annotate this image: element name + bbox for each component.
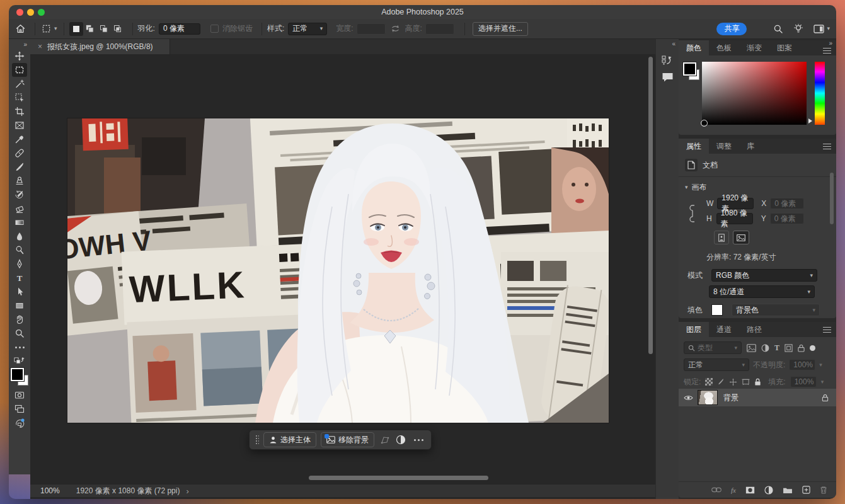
remove-background-button[interactable]: 移除背景: [321, 432, 374, 447]
new-layer-icon[interactable]: [802, 486, 810, 494]
add-to-selection-button[interactable]: [83, 22, 97, 36]
layer-visibility-toggle[interactable]: [679, 394, 698, 401]
section-collapse-icon[interactable]: ▾: [685, 185, 688, 190]
color-field-cursor[interactable]: [701, 120, 708, 127]
tool-move[interactable]: [12, 49, 27, 63]
filter-toggle-icon[interactable]: [810, 345, 815, 351]
swap-colors-icon[interactable]: [12, 354, 27, 365]
feather-input[interactable]: 0 像素: [159, 23, 200, 35]
tool-preset-marquee[interactable]: ▾: [42, 24, 57, 33]
new-selection-button[interactable]: [69, 22, 83, 36]
tool-object-selection[interactable]: [12, 77, 27, 91]
subtract-from-selection-button[interactable]: [97, 22, 111, 36]
tab-swatches[interactable]: 色板: [709, 40, 739, 55]
intersect-selection-button[interactable]: [111, 22, 125, 36]
share-button[interactable]: 共享: [716, 23, 747, 35]
tool-healing-brush[interactable]: [12, 146, 27, 160]
tab-paths[interactable]: 路径: [739, 322, 769, 337]
status-chevron-icon[interactable]: ›: [186, 486, 188, 496]
filter-adjustment-layers-icon[interactable]: [761, 344, 769, 352]
delete-layer-icon[interactable]: [820, 486, 827, 494]
collapse-dock-chevrons[interactable]: »: [829, 40, 832, 47]
properties-scrollbar[interactable]: [830, 173, 834, 224]
link-layers-icon[interactable]: [711, 487, 721, 493]
foreground-background-swatches[interactable]: [10, 367, 29, 386]
tool-gradient[interactable]: [12, 215, 27, 229]
workspace-layout-button[interactable]: ▾: [813, 25, 830, 33]
lock-pixels-icon[interactable]: [717, 378, 725, 386]
transform-tool-icon[interactable]: [380, 435, 390, 445]
color-field[interactable]: [702, 62, 807, 125]
style-dropdown[interactable]: 正常 ▾: [288, 23, 327, 35]
tab-libraries[interactable]: 库: [739, 139, 762, 154]
hue-strip[interactable]: [815, 62, 825, 125]
layer-filter-dropdown[interactable]: 类型 ▾: [684, 341, 742, 354]
expand-panels-chevrons[interactable]: «: [672, 40, 675, 47]
filter-pixel-layers-icon[interactable]: [747, 344, 756, 352]
canvas-fill-swatch[interactable]: [711, 304, 723, 316]
lock-position-icon[interactable]: [729, 378, 737, 386]
select-and-mask-button[interactable]: 选择并遮住...: [473, 22, 528, 36]
tab-gradients[interactable]: 渐变: [739, 40, 769, 55]
tool-clone-stamp[interactable]: [12, 174, 27, 188]
tool-blur[interactable]: [12, 229, 27, 243]
tool-type[interactable]: T: [12, 271, 27, 285]
panel-menu-icon[interactable]: [823, 48, 831, 54]
foreground-color-swatch[interactable]: [683, 62, 696, 76]
document-canvas[interactable]: OWH V: [67, 118, 609, 423]
layer-row-background[interactable]: 背景: [679, 389, 836, 406]
lock-all-icon[interactable]: [754, 378, 761, 386]
add-mask-icon[interactable]: [745, 486, 755, 494]
taskbar-drag-handle[interactable]: [255, 434, 259, 445]
tool-hand[interactable]: [12, 312, 27, 326]
document-tab[interactable]: × 报纸女孩.jpeg @ 100%(RGB/8): [30, 39, 170, 54]
comments-panel-icon[interactable]: [662, 72, 674, 83]
collapse-toolbar-chevrons[interactable]: »: [23, 41, 27, 48]
tool-crop[interactable]: [12, 105, 27, 118]
add-adjustment-layer-icon[interactable]: [764, 486, 773, 495]
layer-thumbnail[interactable]: [698, 390, 718, 405]
tool-rectangular-marquee[interactable]: [12, 63, 27, 77]
tool-frame[interactable]: [12, 118, 27, 132]
close-tab-icon[interactable]: ×: [38, 42, 42, 51]
tool-history-brush[interactable]: [12, 188, 27, 202]
tool-brush[interactable]: [12, 160, 27, 174]
tab-channels[interactable]: 通道: [709, 322, 739, 337]
blend-mode-dropdown[interactable]: 正常 ▾: [684, 358, 749, 371]
search-icon[interactable]: [773, 24, 783, 34]
more-options-ellipsis[interactable]: [411, 439, 426, 441]
horizontal-scrollbar[interactable]: [309, 476, 488, 480]
tab-layers[interactable]: 图层: [679, 322, 709, 337]
zoom-level[interactable]: 100%: [40, 486, 60, 495]
layer-effects-icon[interactable]: fx: [731, 486, 736, 494]
color-mode-dropdown[interactable]: RGB 颜色 ▾: [711, 269, 817, 282]
tool-path-select[interactable]: [12, 285, 27, 299]
panel-menu-icon[interactable]: [823, 327, 831, 333]
antialias-checkbox[interactable]: [210, 25, 219, 33]
tab-properties[interactable]: 属性: [679, 139, 709, 154]
tool-pen[interactable]: [12, 257, 27, 271]
tool-dodge[interactable]: [12, 243, 27, 257]
hue-slider-arrow[interactable]: [808, 118, 812, 123]
tool-shape[interactable]: [12, 299, 27, 312]
discover-lightbulb-icon[interactable]: [793, 24, 803, 34]
tool-quick-selection[interactable]: [12, 91, 27, 105]
tool-zoom[interactable]: [12, 326, 27, 340]
tab-patterns[interactable]: 图案: [769, 40, 800, 55]
select-subject-button[interactable]: 选择主体: [263, 432, 316, 447]
landscape-orientation-button[interactable]: [733, 231, 749, 244]
tool-eyedropper[interactable]: [12, 132, 27, 146]
foreground-color-swatch[interactable]: [11, 368, 24, 381]
new-group-icon[interactable]: [783, 486, 793, 494]
canvas-height-input[interactable]: 1080 像素: [716, 213, 753, 224]
portrait-orientation-button[interactable]: [714, 231, 729, 244]
rotate-view-button[interactable]: [12, 416, 27, 430]
screen-mode-button[interactable]: [12, 402, 27, 416]
filter-smart-objects-icon[interactable]: [798, 344, 805, 352]
tab-adjustments[interactable]: 调整: [709, 139, 739, 154]
link-dimensions-icon[interactable]: [689, 203, 696, 224]
history-panel-icon[interactable]: [661, 54, 674, 67]
lock-artboard-icon[interactable]: [742, 378, 750, 386]
vertical-scrollbar[interactable]: [648, 57, 653, 354]
adjustment-contrast-icon[interactable]: [396, 435, 406, 445]
